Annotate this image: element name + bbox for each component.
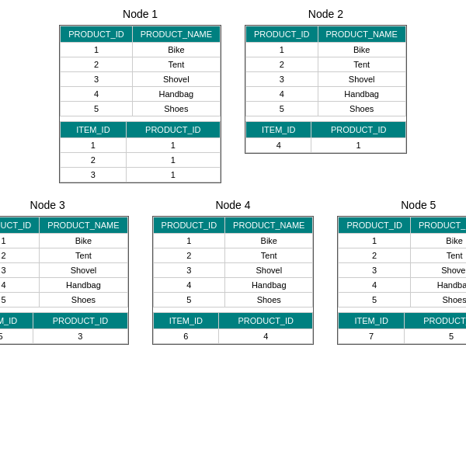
table-row: 5Shoes	[61, 102, 221, 116]
table-row: 11	[61, 138, 221, 153]
table-cell: 5	[61, 102, 133, 116]
node-3-box: PRODUCT_ID PRODUCT_NAME 1Bike2Tent3Shove…	[0, 216, 129, 345]
table-row: 5Shoes	[0, 293, 127, 307]
node-3-items-table: ITEM_ID PRODUCT_ID 53	[0, 312, 128, 344]
table-cell: 1	[153, 234, 225, 248]
table-cell: Shovel	[40, 263, 127, 278]
node-3-prod-header-1: PRODUCT_ID	[0, 217, 40, 234]
node-1-title: Node 1	[123, 8, 158, 20]
table-row: 2Tent	[339, 248, 466, 263]
table-cell: Shoes	[132, 102, 220, 116]
node-2-box: PRODUCT_ID PRODUCT_NAME 1Bike2Tent3Shove…	[245, 25, 407, 154]
table-cell: 4	[246, 87, 318, 102]
table-cell: 4	[339, 278, 411, 293]
table-cell: 2	[61, 153, 126, 168]
node-5-item-header-1: ITEM_ID	[339, 313, 404, 329]
table-row: 4Handbag	[0, 278, 127, 293]
node-4-item-header-1: ITEM_ID	[153, 313, 218, 329]
node-4-prod-header-2: PRODUCT_NAME	[225, 217, 313, 234]
table-row: 1Bike	[0, 234, 127, 248]
table-row: 41	[246, 138, 406, 153]
table-cell: 6	[153, 329, 218, 344]
node-3-products-table: PRODUCT_ID PRODUCT_NAME 1Bike2Tent3Shove…	[0, 217, 128, 307]
table-cell: 7	[339, 329, 404, 344]
node-2-products-table: PRODUCT_ID PRODUCT_NAME 1Bike2Tent3Shove…	[245, 26, 406, 116]
table-row: 31	[61, 168, 221, 182]
table-cell: Shoes	[225, 293, 313, 307]
table-cell: Tent	[40, 248, 127, 263]
table-cell: Bike	[225, 234, 313, 248]
node-4-prod-header-1: PRODUCT_ID	[153, 217, 225, 234]
table-cell: 1	[126, 168, 220, 182]
table-cell: Shoes	[40, 293, 127, 307]
table-cell: 3	[0, 263, 40, 278]
table-cell: 4	[61, 87, 133, 102]
table-cell: Handbag	[318, 87, 405, 102]
node-5-products-table: PRODUCT_ID PRODUCT_NAME 1Bike2Tent3Shove…	[338, 217, 466, 307]
table-row: 4Handbag	[61, 87, 221, 102]
node-1-products-table: PRODUCT_ID PRODUCT_NAME 1Bike2Tent3Shove…	[60, 26, 221, 116]
table-row: 4Handbag	[339, 278, 466, 293]
table-row: 5Shoes	[246, 102, 406, 116]
node-1-prod-header-1: PRODUCT_ID	[61, 26, 133, 43]
page-container: Node 1 PRODUCT_ID PRODUCT_NAME 1Bike2Ten…	[8, 8, 458, 345]
node-4-products-table: PRODUCT_ID PRODUCT_NAME 1Bike2Tent3Shove…	[153, 217, 314, 307]
table-cell: 3	[61, 168, 126, 182]
table-cell: 2	[246, 57, 318, 72]
node-2-title: Node 2	[308, 8, 343, 20]
node-5-items-table: ITEM_ID PRODUCT_ID 75	[338, 312, 466, 344]
table-cell: 2	[153, 248, 225, 263]
node-5-box: PRODUCT_ID PRODUCT_NAME 1Bike2Tent3Shove…	[337, 216, 466, 345]
table-cell: Handbag	[225, 278, 313, 293]
table-cell: 2	[61, 57, 133, 72]
table-cell: Tent	[318, 57, 405, 72]
table-row: 3Shovel	[153, 263, 313, 278]
table-cell: 3	[246, 72, 318, 87]
table-cell: Handbag	[410, 278, 466, 293]
table-row: 3Shovel	[61, 72, 221, 87]
table-cell: Shovel	[225, 263, 313, 278]
node-4-items-table: ITEM_ID PRODUCT_ID 64	[153, 312, 314, 344]
table-cell: Shovel	[318, 72, 405, 87]
table-row: 3Shovel	[339, 263, 466, 278]
node-4-block: Node 4 PRODUCT_ID PRODUCT_NAME 1Bike2Ten…	[152, 199, 315, 345]
table-cell: 2	[0, 248, 40, 263]
table-cell: 4	[246, 138, 311, 153]
table-cell: 3	[339, 263, 411, 278]
table-cell: Tent	[410, 248, 466, 263]
node-3-item-header-2: PRODUCT_ID	[33, 313, 127, 329]
table-row: 53	[0, 329, 127, 344]
table-cell: Bike	[40, 234, 127, 248]
table-row: 1Bike	[339, 234, 466, 248]
node-5-item-header-2: PRODUCT_ID	[404, 313, 466, 329]
node-2-block: Node 2 PRODUCT_ID PRODUCT_NAME 1Bike2Ten…	[245, 8, 407, 154]
node-1-block: Node 1 PRODUCT_ID PRODUCT_NAME 1Bike2Ten…	[59, 8, 221, 183]
node-5-prod-header-2: PRODUCT_NAME	[410, 217, 466, 234]
table-cell: Handbag	[132, 87, 220, 102]
node-1-item-header-2: PRODUCT_ID	[126, 122, 220, 138]
table-row: 4Handbag	[153, 278, 313, 293]
table-cell: Bike	[410, 234, 466, 248]
table-cell: Tent	[225, 248, 313, 263]
table-cell: 1	[61, 43, 133, 57]
table-cell: 3	[61, 72, 133, 87]
node-1-prod-header-2: PRODUCT_NAME	[132, 26, 220, 43]
table-cell: Shovel	[410, 263, 466, 278]
table-cell: 1	[126, 138, 220, 153]
top-row: Node 1 PRODUCT_ID PRODUCT_NAME 1Bike2Ten…	[8, 8, 458, 183]
table-cell: Bike	[318, 43, 405, 57]
table-row: 2Tent	[0, 248, 127, 263]
table-row: 3Shovel	[246, 72, 406, 87]
table-row: 2Tent	[153, 248, 313, 263]
table-cell: Shoes	[318, 102, 405, 116]
table-cell: 4	[0, 278, 40, 293]
table-cell: 3	[153, 263, 225, 278]
node-3-block: Node 3 PRODUCT_ID PRODUCT_NAME 1Bike2Ten…	[0, 199, 129, 345]
table-cell: 4	[153, 278, 225, 293]
table-cell: 5	[339, 293, 411, 307]
node-2-items-table: ITEM_ID PRODUCT_ID 41	[245, 121, 406, 153]
table-cell: 4	[219, 329, 313, 344]
node-2-item-header-1: ITEM_ID	[246, 122, 311, 138]
table-row: 75	[339, 329, 466, 344]
table-cell: 2	[339, 248, 411, 263]
